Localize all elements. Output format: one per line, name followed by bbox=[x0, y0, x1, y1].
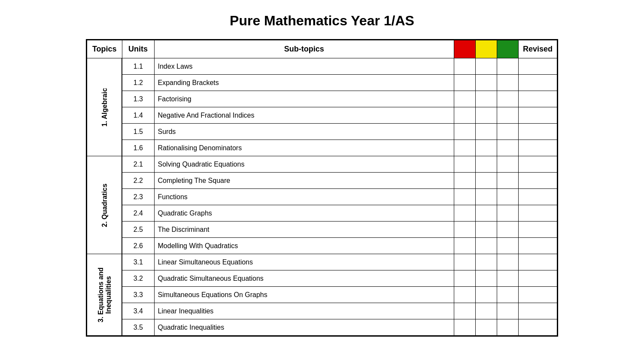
table-row: 2.2Completing The Square bbox=[87, 173, 557, 189]
yellow-check-cell[interactable] bbox=[476, 238, 497, 254]
revised-check-cell[interactable] bbox=[519, 107, 557, 124]
subtopic-cell: Linear Simultaneous Equations bbox=[154, 254, 454, 270]
green-check-cell[interactable] bbox=[497, 205, 519, 222]
unit-cell: 2.2 bbox=[122, 173, 154, 189]
green-check-cell[interactable] bbox=[497, 91, 519, 107]
subtopic-cell: Rationalising Denominators bbox=[154, 140, 454, 156]
table-body: 1. Algebraic1.1Index Laws1.2Expanding Br… bbox=[87, 58, 557, 336]
green-check-cell[interactable] bbox=[497, 287, 519, 303]
unit-cell: 1.3 bbox=[122, 91, 154, 107]
revised-check-cell[interactable] bbox=[519, 189, 557, 205]
green-check-cell[interactable] bbox=[497, 270, 519, 287]
green-check-cell[interactable] bbox=[497, 124, 519, 140]
red-check-cell[interactable] bbox=[454, 75, 476, 91]
yellow-check-cell[interactable] bbox=[476, 319, 497, 336]
unit-cell: 2.4 bbox=[122, 205, 154, 222]
red-check-cell[interactable] bbox=[454, 156, 476, 173]
revised-check-cell[interactable] bbox=[519, 222, 557, 238]
green-check-cell[interactable] bbox=[497, 140, 519, 156]
revised-check-cell[interactable] bbox=[519, 75, 557, 91]
yellow-check-cell[interactable] bbox=[476, 205, 497, 222]
table-row: 1.4Negative And Fractional Indices bbox=[87, 107, 557, 124]
revised-check-cell[interactable] bbox=[519, 319, 557, 336]
red-check-cell[interactable] bbox=[454, 254, 476, 270]
yellow-check-cell[interactable] bbox=[476, 140, 497, 156]
revised-check-cell[interactable] bbox=[519, 156, 557, 173]
green-check-cell[interactable] bbox=[497, 58, 519, 75]
revised-check-cell[interactable] bbox=[519, 287, 557, 303]
unit-cell: 3.2 bbox=[122, 270, 154, 287]
green-check-cell[interactable] bbox=[497, 156, 519, 173]
revised-check-cell[interactable] bbox=[519, 124, 557, 140]
table-row: 2.3Functions bbox=[87, 189, 557, 205]
yellow-check-cell[interactable] bbox=[476, 58, 497, 75]
subtopic-cell: Quadratic Inequalities bbox=[154, 319, 454, 336]
table-row: 3.3Simultaneous Equations On Graphs bbox=[87, 287, 557, 303]
table-row: 1.6Rationalising Denominators bbox=[87, 140, 557, 156]
red-check-cell[interactable] bbox=[454, 287, 476, 303]
page-title: Pure Mathematics Year 1/AS bbox=[230, 13, 414, 29]
yellow-check-cell[interactable] bbox=[476, 107, 497, 124]
red-check-cell[interactable] bbox=[454, 222, 476, 238]
red-check-cell[interactable] bbox=[454, 270, 476, 287]
revised-check-cell[interactable] bbox=[519, 254, 557, 270]
main-table-wrapper: Topics Units Sub-topics Revised 1. Algeb… bbox=[86, 39, 558, 337]
red-check-cell[interactable] bbox=[454, 319, 476, 336]
yellow-check-cell[interactable] bbox=[476, 75, 497, 91]
unit-cell: 2.3 bbox=[122, 189, 154, 205]
unit-cell: 3.3 bbox=[122, 287, 154, 303]
yellow-check-cell[interactable] bbox=[476, 254, 497, 270]
green-check-cell[interactable] bbox=[497, 107, 519, 124]
unit-cell: 1.1 bbox=[122, 58, 154, 75]
red-check-cell[interactable] bbox=[454, 124, 476, 140]
yellow-check-cell[interactable] bbox=[476, 287, 497, 303]
table-row: 2.5The Discriminant bbox=[87, 222, 557, 238]
subtopic-cell: Simultaneous Equations On Graphs bbox=[154, 287, 454, 303]
revised-check-cell[interactable] bbox=[519, 238, 557, 254]
green-check-cell[interactable] bbox=[497, 173, 519, 189]
green-check-cell[interactable] bbox=[497, 303, 519, 319]
revised-check-cell[interactable] bbox=[519, 303, 557, 319]
red-check-cell[interactable] bbox=[454, 173, 476, 189]
red-check-cell[interactable] bbox=[454, 91, 476, 107]
unit-cell: 1.4 bbox=[122, 107, 154, 124]
red-check-cell[interactable] bbox=[454, 189, 476, 205]
revised-check-cell[interactable] bbox=[519, 173, 557, 189]
subtopic-cell: Surds bbox=[154, 124, 454, 140]
subtopic-cell: Solving Quadratic Equations bbox=[154, 156, 454, 173]
green-check-cell[interactable] bbox=[497, 254, 519, 270]
yellow-check-cell[interactable] bbox=[476, 303, 497, 319]
yellow-check-cell[interactable] bbox=[476, 189, 497, 205]
subtopic-cell: Negative And Fractional Indices bbox=[154, 107, 454, 124]
subtopic-cell: Linear Inequalities bbox=[154, 303, 454, 319]
table-row: 3. Equations and Inequalities3.1Linear S… bbox=[87, 254, 557, 270]
unit-cell: 1.5 bbox=[122, 124, 154, 140]
red-check-cell[interactable] bbox=[454, 107, 476, 124]
yellow-check-cell[interactable] bbox=[476, 270, 497, 287]
unit-cell: 2.6 bbox=[122, 238, 154, 254]
yellow-check-cell[interactable] bbox=[476, 124, 497, 140]
red-check-cell[interactable] bbox=[454, 205, 476, 222]
yellow-check-cell[interactable] bbox=[476, 173, 497, 189]
unit-cell: 3.1 bbox=[122, 254, 154, 270]
yellow-check-cell[interactable] bbox=[476, 156, 497, 173]
red-check-cell[interactable] bbox=[454, 303, 476, 319]
revised-check-cell[interactable] bbox=[519, 91, 557, 107]
red-check-cell[interactable] bbox=[454, 58, 476, 75]
unit-cell: 1.6 bbox=[122, 140, 154, 156]
red-check-cell[interactable] bbox=[454, 238, 476, 254]
green-check-cell[interactable] bbox=[497, 189, 519, 205]
revised-check-cell[interactable] bbox=[519, 58, 557, 75]
subtopic-cell: The Discriminant bbox=[154, 222, 454, 238]
red-check-cell[interactable] bbox=[454, 140, 476, 156]
yellow-check-cell[interactable] bbox=[476, 222, 497, 238]
green-check-cell[interactable] bbox=[497, 75, 519, 91]
subtopic-cell: Quadratic Simultaneous Equations bbox=[154, 270, 454, 287]
revised-check-cell[interactable] bbox=[519, 205, 557, 222]
revised-check-cell[interactable] bbox=[519, 140, 557, 156]
revised-check-cell[interactable] bbox=[519, 270, 557, 287]
green-check-cell[interactable] bbox=[497, 238, 519, 254]
green-check-cell[interactable] bbox=[497, 319, 519, 336]
green-check-cell[interactable] bbox=[497, 222, 519, 238]
yellow-check-cell[interactable] bbox=[476, 91, 497, 107]
